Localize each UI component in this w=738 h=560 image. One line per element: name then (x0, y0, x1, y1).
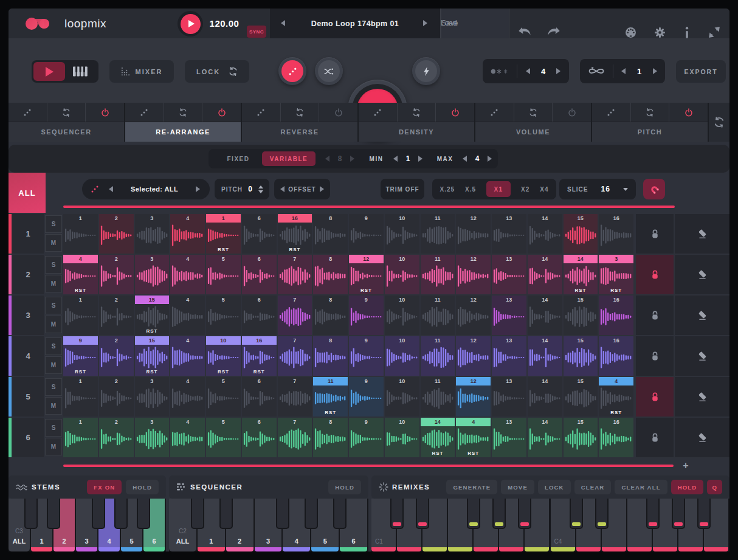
slice-cell[interactable]: 5 (206, 296, 241, 335)
slice-cell[interactable]: 16 (599, 418, 633, 457)
settings-gear-icon[interactable] (654, 27, 666, 38)
solo-button[interactable]: S (45, 378, 62, 396)
sequencer-black-key[interactable] (219, 499, 233, 529)
slice-cell[interactable]: 9RST (63, 336, 98, 376)
loop-decrement-icon[interactable] (621, 68, 626, 74)
keyboard-mode-button[interactable] (65, 66, 97, 77)
row-clear-button[interactable] (675, 214, 729, 254)
max-increment-icon[interactable] (488, 156, 492, 162)
bpm-display[interactable]: 120.00 (208, 9, 241, 38)
export-button[interactable]: EXPORT (676, 60, 726, 83)
tab-dice-icon[interactable] (125, 103, 164, 122)
slice-cell[interactable]: 4 (170, 255, 205, 294)
slice-cell[interactable]: 12 (456, 377, 491, 417)
slice-cell[interactable]: 2 (99, 418, 134, 457)
global-refresh-button[interactable] (709, 103, 729, 142)
sync-button[interactable]: SYNC (247, 26, 266, 38)
slice-cell[interactable]: 4 (170, 377, 205, 417)
row-random-dice-icon[interactable] (91, 185, 99, 193)
slice-cell[interactable]: 8 (313, 418, 348, 457)
tab-density[interactable]: DENSITY (359, 103, 474, 142)
stems-black-key[interactable] (114, 499, 128, 529)
slice-cell[interactable]: 13 (492, 214, 526, 254)
speed-x4[interactable]: X4 (540, 186, 548, 193)
tab-label[interactable]: DENSITY (359, 122, 474, 142)
speed-x.25[interactable]: X.25 (440, 186, 455, 193)
slice-cell[interactable]: 10 (385, 296, 419, 335)
tab-label[interactable]: VOLUME (475, 122, 591, 142)
slice-cell[interactable]: 8 (313, 255, 348, 294)
slice-cell[interactable]: 11 (421, 296, 455, 335)
tab-power-icon[interactable] (319, 103, 357, 122)
mixer-button[interactable]: MIXER (109, 60, 174, 83)
slice-cell[interactable]: 4 (170, 296, 205, 335)
sequencer-black-key[interactable] (333, 499, 347, 529)
slice-cell[interactable]: 6 (242, 377, 277, 417)
slice-cell[interactable]: 11RST (313, 377, 348, 417)
slice-cell[interactable]: 6 (242, 418, 277, 457)
tab-refresh-icon[interactable] (164, 103, 202, 122)
tab-refresh-icon[interactable] (397, 103, 436, 122)
shuffle-knob[interactable] (315, 57, 343, 85)
tab-dice-icon[interactable] (242, 103, 280, 122)
slice-cell[interactable]: 7 (278, 377, 312, 417)
slice-cell[interactable]: 13 (492, 255, 526, 294)
tab-dice-icon[interactable] (475, 103, 514, 122)
slice-cell[interactable]: 1RST (206, 214, 241, 254)
slice-cell[interactable]: 11 (421, 377, 455, 417)
slice-cell[interactable]: 9 (349, 214, 384, 254)
remix-black-key[interactable] (492, 499, 506, 529)
slice-cell[interactable]: 12 (456, 296, 491, 335)
slice-cell[interactable]: 3 (135, 255, 170, 294)
info-icon[interactable] (685, 27, 689, 38)
pitch-up-icon[interactable] (258, 185, 263, 188)
remix-black-key[interactable] (672, 499, 685, 529)
stems-black-key[interactable] (92, 499, 105, 529)
slice-cell[interactable]: 15RST (135, 336, 170, 376)
slice-cell[interactable]: 9 (349, 377, 384, 417)
slice-cell[interactable]: 4 (170, 418, 205, 457)
slice-cell[interactable]: 2 (99, 377, 134, 417)
remixes-hold-button[interactable]: HOLD (671, 480, 704, 494)
slice-cell[interactable]: 3 (135, 214, 170, 254)
row-lock-button[interactable] (636, 418, 674, 457)
randomize-dice-knob[interactable] (278, 57, 306, 85)
stems-fx-button[interactable]: FX ON (87, 480, 122, 494)
tab-dice-icon[interactable] (9, 103, 47, 122)
slice-cell[interactable]: 14 (528, 214, 562, 254)
remix-black-key[interactable] (416, 499, 429, 529)
row-lock-button[interactable] (636, 214, 674, 254)
slice-cell[interactable]: 2 (99, 336, 134, 376)
instant-knob[interactable] (412, 57, 440, 85)
tab-power-icon[interactable] (202, 103, 241, 122)
row-lock-button[interactable] (636, 336, 674, 376)
slice-cell[interactable]: 15 (564, 214, 598, 254)
slice-cell[interactable]: 10 (385, 418, 419, 457)
remix-black-key[interactable] (646, 499, 660, 529)
slice-cell[interactable]: 1 (63, 214, 98, 254)
stems-black-key[interactable] (137, 499, 150, 529)
max-decrement-icon[interactable] (463, 156, 467, 162)
row-clear-button[interactable] (675, 377, 729, 417)
slice-cell[interactable]: 14 (528, 377, 562, 417)
slice-cell[interactable]: 14RST (564, 255, 598, 294)
slice-cell[interactable]: 8 (313, 296, 348, 335)
slice-cell[interactable]: 15 (564, 418, 598, 457)
remix-black-key[interactable] (467, 499, 480, 529)
slice-cell[interactable]: 8 (313, 336, 348, 376)
slice-cell[interactable]: 6 (242, 255, 277, 294)
row-clear-button[interactable] (675, 418, 729, 457)
play-mode-button[interactable] (33, 62, 65, 81)
tab-label[interactable]: RE-ARRANGE (125, 122, 241, 142)
preset-name[interactable]: Demo Loop 174bpm 01 (292, 9, 418, 38)
slice-cell[interactable]: 10 (385, 336, 419, 376)
playhead-line-top[interactable] (63, 206, 675, 208)
row-number-5[interactable]: 5 (12, 377, 44, 417)
lock-button[interactable]: LOCK (185, 60, 249, 83)
slice-cell[interactable]: 9 (349, 296, 384, 335)
remixes-quantize-button[interactable]: Q (707, 480, 722, 494)
stems-black-key[interactable] (47, 499, 60, 529)
solo-button[interactable]: S (45, 297, 62, 314)
offset-right-icon[interactable] (320, 186, 324, 192)
slice-cell[interactable]: 12 (456, 214, 491, 254)
